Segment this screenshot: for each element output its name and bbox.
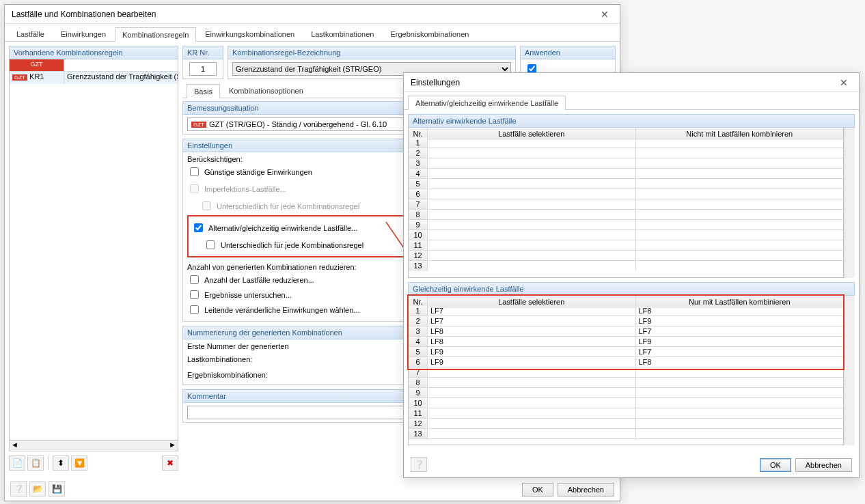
filter-icon[interactable]: 🔽 bbox=[71, 456, 87, 471]
cancel-button[interactable]: Abbrechen bbox=[795, 458, 852, 472]
table-row[interactable]: 5 bbox=[409, 179, 843, 189]
chk-imperfektion bbox=[190, 184, 199, 193]
popup-tabstrip: Alternativ/gleichzeitig einwirkende Last… bbox=[404, 95, 859, 110]
chk-leitende[interactable] bbox=[190, 305, 199, 314]
new-icon[interactable]: 📄 bbox=[9, 456, 25, 471]
subtab-kombinationsoptionen[interactable]: Kombinationsoptionen bbox=[221, 83, 311, 98]
alt-head: Alternativ einwirkende Lastfälle bbox=[408, 114, 855, 128]
chk-unt2[interactable] bbox=[206, 240, 215, 249]
table-row[interactable]: 6LF9LF8 bbox=[409, 357, 843, 367]
chk-unt1 bbox=[202, 201, 211, 210]
copy-icon[interactable]: 📋 bbox=[27, 456, 44, 471]
ok-button[interactable]: OK bbox=[760, 458, 791, 472]
popup-tab[interactable]: Alternativ/gleichzeitig einwirkende Last… bbox=[408, 96, 566, 110]
close-icon[interactable]: ✕ bbox=[832, 74, 856, 91]
close-icon[interactable]: ✕ bbox=[592, 6, 617, 23]
help-icon[interactable]: ❔ bbox=[411, 457, 427, 472]
table-row[interactable]: 7 bbox=[409, 367, 843, 378]
tab-lastfälle[interactable]: Lastfälle bbox=[9, 27, 52, 41]
main-tabstrip: LastfälleEinwirkungenKombinationsregelnE… bbox=[5, 27, 620, 42]
tab-lastkombinationen[interactable]: Lastkombinationen bbox=[303, 27, 381, 41]
table-row[interactable]: 8 bbox=[409, 378, 843, 388]
delete-icon[interactable]: ✖ bbox=[162, 456, 178, 471]
table-row[interactable]: 13 bbox=[409, 261, 843, 271]
table-row[interactable]: 12 bbox=[409, 419, 843, 429]
popup-titlebar: Einstellungen ✕ bbox=[404, 73, 859, 92]
table-row[interactable]: 10 bbox=[409, 398, 843, 408]
num-lk-label: Lastkombinationen: bbox=[187, 355, 252, 363]
rule-code: KR1 bbox=[29, 72, 44, 81]
popup-title: Einstellungen bbox=[411, 78, 460, 87]
left-header: Vorhandene Kombinationsregeln bbox=[9, 46, 178, 59]
gl-grid[interactable]: Nr.Lastfälle selektierenNur mit Lastfäll… bbox=[408, 296, 844, 446]
chk-ergebnisse[interactable] bbox=[190, 290, 199, 299]
tab-ergebniskombinationen[interactable]: Ergebniskombinationen bbox=[383, 27, 476, 41]
rule-badge: GZT bbox=[10, 59, 64, 71]
tab-kombinationsregeln[interactable]: Kombinationsregeln bbox=[115, 27, 196, 42]
table-row[interactable]: 4 bbox=[409, 169, 843, 179]
scroll-right-icon[interactable]: ► bbox=[169, 440, 176, 451]
table-row[interactable]: 2LF7LF9 bbox=[409, 316, 843, 326]
subtab-basis[interactable]: Basis bbox=[187, 84, 220, 98]
table-row[interactable]: 9 bbox=[409, 220, 843, 230]
table-row[interactable]: 11 bbox=[409, 408, 843, 419]
main-titlebar: Lastfälle und Kombinationen bearbeiten ✕ bbox=[5, 5, 620, 24]
table-row[interactable]: 2 bbox=[409, 148, 843, 158]
scroll-left-icon[interactable]: ◄ bbox=[11, 440, 18, 451]
sort-icon[interactable]: ⬍ bbox=[53, 456, 69, 471]
table-row[interactable]: 5LF9LF7 bbox=[409, 347, 843, 357]
chk-guenstige[interactable] bbox=[190, 167, 199, 176]
gzt-badge-2: GZT bbox=[191, 122, 206, 128]
cancel-button[interactable]: Abbrechen bbox=[558, 483, 614, 496]
table-row[interactable]: 1LF7LF8 bbox=[409, 306, 843, 316]
rule-desc: Grenzzustand der Tragfähigkeit (STR bbox=[64, 72, 178, 84]
table-row[interactable]: 4LF8LF9 bbox=[409, 337, 843, 347]
bez-label: Kombinationsregel-Bezeichnung bbox=[228, 46, 516, 59]
alt-grid[interactable]: Nr.Lastfälle selektierenNicht mit Lastfä… bbox=[408, 128, 844, 278]
chk-alternativ[interactable] bbox=[194, 223, 203, 232]
gl-head: Gleichzeitig einwirkende Lastfälle bbox=[408, 282, 855, 296]
table-row[interactable]: 6 bbox=[409, 189, 843, 199]
main-title: Lastfälle und Kombinationen bearbeiten bbox=[12, 10, 156, 19]
table-row[interactable]: 8 bbox=[409, 210, 843, 220]
rules-list[interactable]: GZT GZT KR1 Grenzzustand der Tragfähigke… bbox=[9, 59, 178, 440]
table-row[interactable]: 11 bbox=[409, 240, 843, 251]
table-row[interactable]: 9 bbox=[409, 388, 843, 398]
gzt-badge: GZT bbox=[12, 74, 27, 81]
help-icon[interactable]: ❔ bbox=[10, 481, 27, 496]
table-row[interactable]: 7 bbox=[409, 199, 843, 210]
krnr-label: KR Nr. bbox=[182, 46, 223, 59]
table-row[interactable]: 3LF8LF7 bbox=[409, 326, 843, 337]
open-icon[interactable]: 📂 bbox=[29, 481, 46, 496]
table-row[interactable]: 1 bbox=[409, 138, 843, 148]
table-row[interactable]: 12 bbox=[409, 251, 843, 261]
settings-dialog: Einstellungen ✕ Alternativ/gleichzeitig … bbox=[403, 72, 860, 478]
save-icon[interactable]: 💾 bbox=[49, 481, 65, 496]
tab-einwirkungskombinationen[interactable]: Einwirkungskombinationen bbox=[197, 27, 302, 41]
table-row[interactable]: 13 bbox=[409, 429, 843, 439]
chk-anzahl[interactable] bbox=[190, 275, 199, 284]
krnr-input[interactable] bbox=[189, 62, 217, 76]
scrollbar[interactable] bbox=[844, 296, 855, 446]
tab-einwirkungen[interactable]: Einwirkungen bbox=[53, 27, 113, 41]
num-ek-label: Ergebniskombinationen: bbox=[187, 371, 268, 379]
anwenden-label: Anwenden bbox=[520, 46, 616, 59]
ok-button[interactable]: OK bbox=[522, 483, 553, 496]
table-row[interactable]: 10 bbox=[409, 230, 843, 240]
table-row[interactable]: 3 bbox=[409, 158, 843, 169]
scrollbar[interactable] bbox=[844, 128, 855, 278]
bs-text: GZT (STR/GEO) - Ständig / vorübergehend … bbox=[209, 120, 387, 128]
